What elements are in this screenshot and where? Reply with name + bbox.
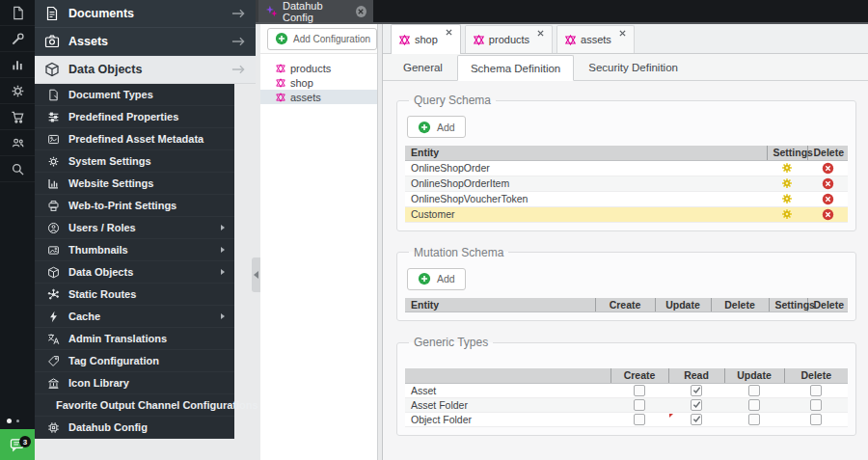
table-row[interactable]: Object Folder <box>405 412 848 426</box>
subtab-schema-definition[interactable]: Schema Definition <box>457 55 574 81</box>
delete-checkbox[interactable] <box>810 385 822 396</box>
column-header-read[interactable]: Read <box>668 368 724 383</box>
create-checkbox[interactable] <box>634 399 645 411</box>
column-header-entity[interactable]: Entity <box>405 146 767 160</box>
close-icon[interactable] <box>537 30 544 37</box>
table-row[interactable]: Customer <box>405 206 848 222</box>
read-checkbox[interactable] <box>691 385 702 396</box>
menu-item-datahub-config[interactable]: Datahub Config <box>35 417 234 439</box>
tab-products[interactable]: products <box>465 25 553 53</box>
reports-chart-icon[interactable] <box>0 52 35 78</box>
menu-item-predefined-properties[interactable]: Predefined Properties <box>35 106 234 128</box>
menu-item-web-to-print-settings[interactable]: Web-to-Print Settings <box>35 195 234 217</box>
column-header-entity[interactable]: Entity <box>405 298 595 312</box>
delete-icon[interactable] <box>822 177 834 190</box>
menu-item-system-settings[interactable]: System Settings <box>35 150 234 173</box>
column-header-delete[interactable]: Delete <box>784 368 848 383</box>
delete-checkbox[interactable] <box>810 414 822 425</box>
mutation-schema-add-button[interactable]: Add <box>407 268 466 290</box>
query-schema-fieldset: Query Schema Add Entity Settings Delete … <box>396 94 856 231</box>
check-icon <box>692 386 701 394</box>
table-row[interactable]: Asset Folder <box>405 397 848 412</box>
column-header-settings[interactable]: Settings <box>769 298 807 312</box>
update-checkbox[interactable] <box>748 385 760 396</box>
menu-item-cache[interactable]: Cache <box>35 306 234 328</box>
table-row[interactable]: OnlineShopOrder <box>405 160 848 176</box>
menu-item-data-objects[interactable]: Data Objects <box>35 261 234 284</box>
column-header-delete[interactable]: Delete <box>711 298 769 312</box>
delete-icon[interactable] <box>822 162 834 175</box>
query-schema-add-button[interactable]: Add <box>407 116 466 138</box>
submenu-arrow-icon <box>221 313 225 319</box>
settings-gear-icon[interactable] <box>0 78 35 104</box>
create-checkbox[interactable] <box>634 414 645 425</box>
menu-assets[interactable]: Assets <box>35 28 256 56</box>
tree-item-shop[interactable]: shop <box>260 75 377 90</box>
read-checkbox[interactable] <box>691 414 702 425</box>
tools-wrench-icon[interactable] <box>0 26 35 52</box>
settings-gear-icon[interactable] <box>781 193 793 204</box>
datahub-config-window-tab[interactable]: Datahub Config <box>258 0 373 22</box>
menu-item-icon-library[interactable]: Icon Library <box>35 372 234 394</box>
menu-item-website-settings[interactable]: Website Settings <box>35 173 234 195</box>
mutation-schema-legend: Mutation Schema <box>409 246 508 259</box>
close-icon[interactable] <box>619 30 626 37</box>
tab-assets[interactable]: assets <box>556 25 635 53</box>
tab-shop[interactable]: shop <box>391 24 461 54</box>
column-header-settings[interactable]: Settings <box>767 146 807 160</box>
column-header-create[interactable]: Create <box>595 298 655 312</box>
tab-label: shop <box>415 34 438 45</box>
search-icon[interactable] <box>0 156 35 182</box>
column-header-update[interactable]: Update <box>655 298 711 312</box>
menu-item-users-roles[interactable]: Users / Roles <box>35 217 234 239</box>
table-row[interactable]: OnlineShopVoucherToken <box>405 191 848 206</box>
arrow-right-icon <box>231 64 246 75</box>
menu-item-favorite-output-channel-configurations[interactable]: Favorite Output Channel Configurations <box>35 394 234 417</box>
menu-item-label: Icon Library <box>68 377 129 389</box>
settings-gear-icon[interactable] <box>781 177 793 189</box>
generic-types-fieldset: Generic Types Create Read Update Delete … <box>396 336 856 436</box>
column-header-name[interactable] <box>405 368 610 383</box>
grid-header-row: Create Read Update Delete <box>405 368 848 383</box>
users-icon[interactable] <box>0 130 35 156</box>
delete-icon[interactable] <box>822 193 834 205</box>
menu-item-static-routes[interactable]: Static Routes <box>35 284 234 306</box>
menu-item-predefined-asset-metadata[interactable]: Predefined Asset Metadata <box>35 128 234 150</box>
menu-item-label: Predefined Asset Metadata <box>68 133 203 145</box>
update-checkbox[interactable] <box>748 399 760 411</box>
read-checkbox[interactable] <box>691 399 702 411</box>
menu-item-document-types[interactable]: Document Types <box>35 84 234 106</box>
admin-menu: Documents Assets Data Objects <box>35 0 256 439</box>
file-icon[interactable] <box>0 0 35 26</box>
delete-checkbox[interactable] <box>810 399 822 411</box>
add-configuration-button[interactable]: Add Configuration <box>267 28 377 50</box>
column-header-delete[interactable]: Delete <box>807 146 848 160</box>
menu-item-admin-translations[interactable]: Admin Translations <box>35 328 234 350</box>
close-icon[interactable] <box>446 29 452 36</box>
column-header-update[interactable]: Update <box>724 368 784 383</box>
subtab-security-definition[interactable]: Security Definition <box>576 54 691 80</box>
notifications-chat-button[interactable]: 3 <box>0 429 35 460</box>
subtab-general[interactable]: General <box>391 54 455 80</box>
delete-icon[interactable] <box>822 208 834 221</box>
tree-item-assets[interactable]: assets <box>260 90 377 104</box>
close-icon[interactable] <box>356 6 366 17</box>
settings-gear-icon[interactable] <box>781 208 793 220</box>
column-header-delete[interactable]: Delete <box>807 298 848 312</box>
table-row[interactable]: OnlineShopOrderItem <box>405 176 848 191</box>
menu-documents[interactable]: Documents <box>35 0 256 28</box>
menu-item-label: Web-to-Print Settings <box>68 200 176 211</box>
menu-item-label: Thumbnails <box>68 244 128 256</box>
tree-item-products[interactable]: products <box>260 61 377 75</box>
type-name-cell: Object Folder <box>405 412 610 426</box>
column-header-create[interactable]: Create <box>610 368 668 383</box>
menu-item-thumbnails[interactable]: Thumbnails <box>35 239 234 261</box>
create-checkbox[interactable] <box>634 385 645 396</box>
graphql-icon <box>565 35 576 45</box>
menu-item-tag-configuration[interactable]: Tag Configuration <box>35 350 234 372</box>
settings-gear-icon[interactable] <box>781 162 793 174</box>
menu-data-objects[interactable]: Data Objects <box>35 56 256 84</box>
table-row[interactable]: Asset <box>405 383 848 397</box>
update-checkbox[interactable] <box>748 414 760 425</box>
ecommerce-cart-icon[interactable] <box>0 104 35 130</box>
